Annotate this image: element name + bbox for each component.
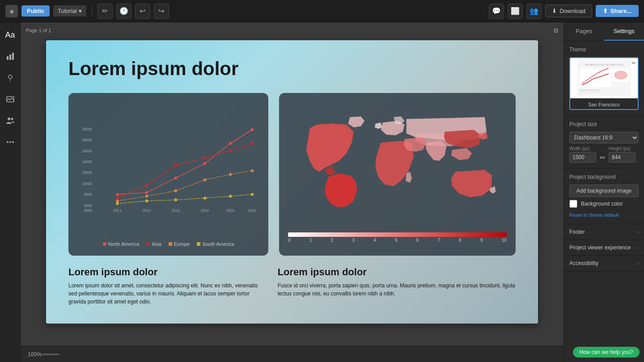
tutorial-button[interactable]: Tutorial ▾	[53, 5, 86, 17]
svg-point-43	[229, 149, 232, 152]
pen-tool-button[interactable]: ✏	[97, 4, 113, 19]
chart-icon	[6, 52, 15, 61]
accordion-footer[interactable]: Footer ›	[564, 224, 644, 240]
tab-settings[interactable]: Settings	[604, 22, 644, 41]
help-container: How can we help you?	[573, 347, 640, 358]
app-logo[interactable]: ◈	[5, 5, 18, 17]
width-input[interactable]	[569, 152, 596, 163]
project-size-select[interactable]: Dashboard 16:9	[569, 132, 639, 143]
svg-text:2015: 2015	[226, 209, 235, 213]
sidebar-icon-text[interactable]: Aa	[3, 28, 17, 42]
svg-point-6	[11, 118, 13, 120]
collaborate-button[interactable]: 👥	[526, 4, 542, 19]
right-tabs: Pages Settings	[564, 22, 644, 41]
svg-text:here to learn more about...: here to learn more about...	[580, 91, 601, 93]
accordion-viewer-label: Project viewer experience	[569, 244, 631, 251]
accordion-accessibility[interactable]: Accessibility ›	[564, 256, 644, 271]
bg-color-row: Background color	[569, 200, 639, 208]
chevron-footer-icon: ›	[637, 230, 639, 235]
line-chart-card[interactable]: 20000 18000 16000 14000 12000 10000 8000…	[68, 93, 268, 256]
svg-text:10000: 10000	[82, 182, 92, 186]
bg-color-swatch[interactable]	[569, 200, 577, 208]
map-chart-card[interactable]: 0 1 2 3 4 5 6 7 8 9 10	[279, 93, 516, 256]
svg-text:18000: 18000	[82, 138, 92, 142]
bg-color-label: Background color	[581, 201, 623, 207]
reset-theme-link[interactable]: Reset to theme default	[569, 212, 619, 218]
svg-point-44	[251, 142, 254, 145]
download-label: Download	[559, 8, 585, 14]
comment-button[interactable]: 💬	[489, 4, 504, 19]
svg-point-37	[229, 142, 232, 145]
download-icon: ⬇	[552, 8, 557, 14]
svg-rect-60	[580, 68, 611, 87]
project-size-title: Project size	[569, 121, 639, 127]
page-label: Page 1 of 1	[26, 28, 51, 33]
text-col-2: Lorem ipsum dolor Fusce id orci viverra,…	[278, 266, 516, 306]
width-field-group: Width (px)	[569, 146, 596, 163]
size-inputs-row: Width (px) ⇔ Height (px)	[569, 146, 639, 163]
svg-point-62	[614, 71, 627, 80]
share-button[interactable]: ⬆ Share...	[596, 5, 639, 17]
svg-point-9	[12, 141, 14, 143]
canvas-scroll[interactable]: Lorem ipsum dolor	[21, 22, 564, 346]
svg-point-54	[203, 197, 207, 200]
project-bg-title: Project background	[569, 174, 639, 180]
tab-pages[interactable]: Pages	[564, 22, 604, 41]
redo-button[interactable]: ↪	[154, 4, 169, 19]
public-button[interactable]: Public	[21, 5, 50, 17]
svg-text:DOUBLE-CLICK TO ADD TITLE: DOUBLE-CLICK TO ADD TITLE	[585, 63, 623, 66]
legend-dot-south-america	[197, 242, 200, 246]
accordion-viewer-experience[interactable]: Project viewer experience ›	[564, 240, 644, 256]
history-button[interactable]: 🕐	[116, 4, 131, 19]
svg-point-49	[229, 173, 232, 176]
height-input[interactable]	[609, 152, 636, 163]
svg-text:2012: 2012	[143, 209, 151, 213]
svg-point-51	[116, 202, 119, 205]
svg-point-34	[145, 191, 148, 194]
accordion-footer-label: Footer	[569, 229, 585, 235]
copy-icon[interactable]: ⧉	[554, 27, 558, 34]
help-button[interactable]: How can we help you?	[573, 347, 640, 358]
sidebar-icon-chart[interactable]	[3, 49, 17, 63]
sidebar-icon-more[interactable]	[3, 135, 17, 149]
legend-label-asia: Asia	[152, 241, 161, 247]
team-icon	[6, 116, 15, 125]
canvas-area: Page 1 of 1 ⧉ Lorem ipsum dolor	[21, 22, 564, 362]
legend-south-america: South America	[197, 241, 234, 247]
svg-point-56	[251, 193, 254, 196]
legend-label-south-america: South America	[202, 241, 234, 247]
svg-text:2011: 2011	[114, 209, 122, 213]
svg-point-7	[7, 141, 8, 143]
text-row: Lorem ipsum dolor Lorem ipsum dolor sit …	[68, 266, 516, 306]
chevron-viewer-icon: ›	[637, 245, 639, 250]
scroll-handle[interactable]	[42, 354, 59, 355]
theme-thumbnail[interactable]: DOUBLE-CLICK TO ADD TITLE write an inter…	[569, 57, 639, 110]
section-body-2: Fusce id orci viverra, porta sapien quis…	[278, 282, 516, 298]
svg-point-47	[174, 189, 178, 193]
add-bg-image-button[interactable]: Add background image	[569, 185, 639, 197]
theme-preview-svg: DOUBLE-CLICK TO ADD TITLE write an inter…	[577, 60, 631, 96]
section-body-1: Lorem ipsum dolor sit amet, consectetur …	[68, 282, 267, 306]
main-layout: Aa	[0, 22, 644, 362]
svg-rect-1	[9, 55, 11, 60]
preview-button[interactable]: ⬜	[508, 4, 523, 19]
more-icon	[6, 138, 15, 147]
svg-point-5	[8, 118, 10, 120]
theme-edit-icon[interactable]: ✏	[631, 60, 636, 66]
sidebar-icon-image[interactable]	[3, 92, 17, 106]
sidebar-icon-map[interactable]	[3, 71, 17, 85]
sidebar-icon-team[interactable]	[3, 114, 17, 128]
svg-point-35	[174, 177, 178, 180]
svg-point-46	[145, 195, 148, 198]
svg-text:14000: 14000	[82, 160, 92, 164]
download-button[interactable]: ⬇ Download	[545, 4, 592, 17]
theme-thumb-image: DOUBLE-CLICK TO ADD TITLE write an inter…	[570, 58, 638, 98]
link-dimensions-icon[interactable]: ⇔	[599, 154, 606, 161]
legend-asia: Asia	[146, 241, 161, 247]
section-title-2: Lorem ipsum dolor	[278, 266, 516, 278]
svg-point-55	[229, 195, 232, 198]
map-icon	[6, 73, 15, 82]
legend-label-north-america: North America	[108, 241, 140, 247]
undo-button[interactable]: ↩	[135, 4, 150, 19]
colorbar-labels: 0 1 2 3 4 5 6 7 8 9 10	[288, 238, 507, 243]
